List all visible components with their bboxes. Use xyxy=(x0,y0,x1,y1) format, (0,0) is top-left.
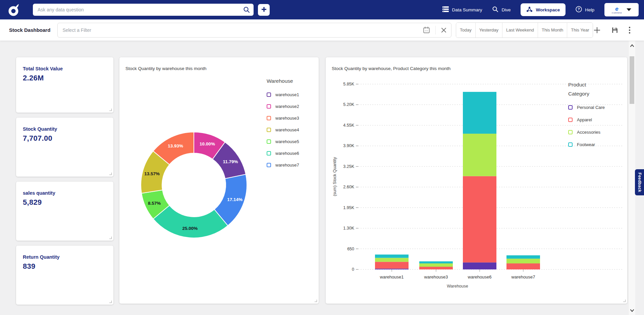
bar-segment-warehouse7-footwear[interactable] xyxy=(506,255,540,259)
kpi-value: 7,707.00 xyxy=(23,134,107,143)
scroll-down-icon[interactable] xyxy=(629,307,636,314)
quick-filter-this-month[interactable]: This Month xyxy=(538,23,567,38)
y-tick-label: 4.55K xyxy=(343,123,354,128)
svg-text:?: ? xyxy=(578,7,580,11)
bar-segment-warehouse3-apparel[interactable] xyxy=(419,267,453,269)
legend-label: warehouse2 xyxy=(275,104,299,109)
page-title: Stock Dashboard xyxy=(9,27,50,33)
feedback-label: Feedback xyxy=(637,173,642,192)
workspace-label: Workspace xyxy=(536,7,560,12)
bar-segment-warehouse3-accessories[interactable] xyxy=(419,263,453,267)
bar-segment-warehouse1-accessories[interactable] xyxy=(375,258,409,262)
feedback-button[interactable]: Feedback xyxy=(635,169,644,195)
bar-segment-warehouse6-footwear[interactable] xyxy=(463,92,496,134)
donut-legend-title: Warehouse xyxy=(267,78,299,84)
kpi-label: Return Quantity xyxy=(23,254,107,260)
legend-item-warehouse7[interactable]: warehouse7 xyxy=(267,161,299,169)
scrollbar-thumb[interactable] xyxy=(630,56,634,104)
nav-dive[interactable]: Dive xyxy=(492,6,511,13)
kpi-card-4: Return Quantity839 xyxy=(16,246,113,305)
quick-filter-this-year[interactable]: This Year xyxy=(567,23,593,38)
nav-data-summary[interactable]: Data Summary xyxy=(442,6,482,13)
y-tick-label: 1.95K xyxy=(343,205,354,210)
slice-percent-label: 8.57% xyxy=(148,201,161,206)
legend-item-apparel[interactable]: Apparel xyxy=(568,116,625,123)
x-category-label: warehouse1 xyxy=(380,274,404,279)
resize-handle[interactable] xyxy=(315,300,317,302)
x-category-label: warehouse6 xyxy=(468,274,492,279)
bar-segment-warehouse1-personal-care[interactable] xyxy=(375,269,409,269)
legend-item-accessories[interactable]: Accessories xyxy=(568,128,625,136)
slice-percent-label: 10.00% xyxy=(200,141,215,146)
clear-filter-icon[interactable] xyxy=(441,27,446,33)
bar-segment-warehouse6-apparel[interactable] xyxy=(463,176,496,263)
workspace-share-icon xyxy=(526,6,533,13)
slice-percent-label: 11.79% xyxy=(223,159,238,164)
legend-item-warehouse3[interactable]: warehouse3 xyxy=(267,114,299,122)
divider xyxy=(435,26,436,35)
legend-item-warehouse5[interactable]: warehouse5 xyxy=(267,138,299,145)
search-icon[interactable] xyxy=(243,6,250,13)
app-logo-icon[interactable] xyxy=(7,3,21,17)
quick-filter-today[interactable]: Today xyxy=(456,23,476,38)
resize-handle[interactable] xyxy=(109,109,112,111)
legend-label: Personal Care xyxy=(577,105,605,110)
bar-segment-warehouse6-personal-care[interactable] xyxy=(463,262,496,269)
scroll-up-icon[interactable] xyxy=(629,42,636,49)
filter-select[interactable]: Select a Filter xyxy=(57,23,451,38)
legend-label: warehouse6 xyxy=(275,151,299,156)
kpi-column: Total Stock Value2.26MStock Quantity7,70… xyxy=(16,57,113,305)
slice-percent-label: 13.57% xyxy=(144,171,160,176)
legend-swatch xyxy=(568,142,573,147)
filter-placeholder: Select a Filter xyxy=(62,27,423,33)
kpi-card-1: Total Stock Value2.26M xyxy=(16,57,113,113)
account-menu-button[interactable]: e e-commerce xyxy=(604,3,639,16)
nav-help[interactable]: ? Help xyxy=(576,6,594,13)
bar-segment-warehouse3-footwear[interactable] xyxy=(419,261,453,263)
bar-segment-warehouse6-accessories[interactable] xyxy=(463,134,496,176)
bar-segment-warehouse1-footwear[interactable] xyxy=(375,255,409,258)
bar-segment-warehouse7-accessories[interactable] xyxy=(506,259,540,263)
search-input[interactable] xyxy=(33,4,254,16)
new-question-button[interactable] xyxy=(258,4,270,16)
legend-swatch xyxy=(267,104,271,109)
bar-y-axis-label: (sum) Stock Quantity xyxy=(332,157,337,196)
legend-item-warehouse2[interactable]: warehouse2 xyxy=(267,103,299,110)
x-category-label: warehouse3 xyxy=(424,274,448,279)
legend-item-warehouse4[interactable]: warehouse4 xyxy=(267,126,299,133)
y-tick-label: 5.85K xyxy=(343,82,354,86)
y-tick-label: 1.30K xyxy=(343,226,354,231)
y-tick-label: 3.90K xyxy=(343,143,354,148)
calendar-icon[interactable] xyxy=(423,26,430,34)
resize-handle[interactable] xyxy=(109,173,112,175)
legend-label: Footwear xyxy=(577,142,595,147)
slice-percent-label: 13.93% xyxy=(168,143,183,148)
quick-filter-last-weekend[interactable]: Last Weekend xyxy=(502,23,538,38)
help-icon: ? xyxy=(576,6,582,13)
more-options-kebab-icon[interactable] xyxy=(629,26,631,34)
legend-item-warehouse6[interactable]: warehouse6 xyxy=(267,149,299,157)
quick-filter-yesterday[interactable]: Yesterday xyxy=(476,23,502,38)
legend-swatch xyxy=(267,128,271,132)
legend-item-personal-care[interactable]: Personal Care xyxy=(568,104,625,111)
legend-swatch xyxy=(267,92,271,97)
bar-legend: Product Category Personal CareApparelAcc… xyxy=(568,80,625,153)
bar-segment-warehouse7-apparel[interactable] xyxy=(506,263,540,269)
add-chart-icon[interactable] xyxy=(593,26,601,34)
resize-handle[interactable] xyxy=(109,237,112,239)
legend-swatch xyxy=(568,130,573,134)
legend-label: warehouse5 xyxy=(275,139,299,144)
legend-swatch xyxy=(568,118,573,122)
bar-segment-warehouse1-apparel[interactable] xyxy=(375,262,409,268)
legend-label: Apparel xyxy=(577,117,592,122)
kpi-value: 2.26M xyxy=(23,74,107,82)
save-icon[interactable] xyxy=(611,26,619,34)
legend-item-warehouse1[interactable]: warehouse1 xyxy=(267,91,299,98)
legend-item-footwear[interactable]: Footwear xyxy=(568,141,625,148)
resize-handle[interactable] xyxy=(623,300,626,302)
x-category-label: warehouse7 xyxy=(511,274,535,279)
workspace-button[interactable]: Workspace xyxy=(521,3,566,16)
quick-date-filters: TodayYesterdayLast WeekendThis MonthThis… xyxy=(456,22,593,38)
resize-handle[interactable] xyxy=(109,301,112,303)
legend-label: warehouse3 xyxy=(275,116,299,121)
